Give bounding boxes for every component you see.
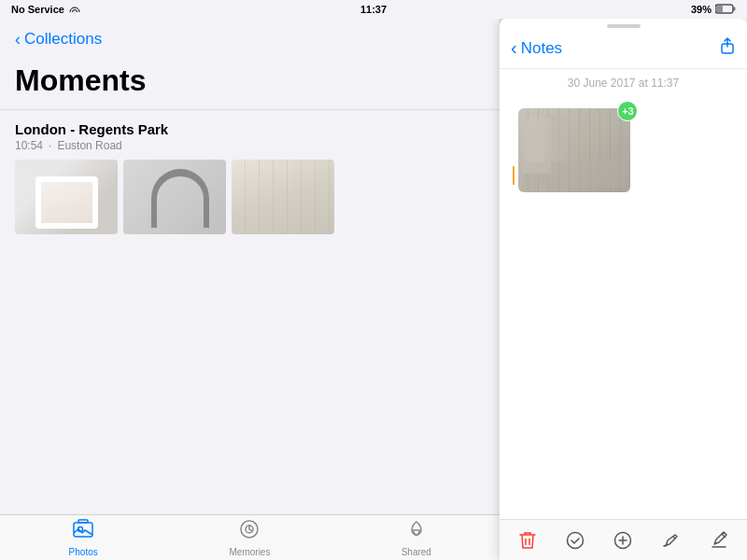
photo-grid: [15, 160, 485, 234]
notes-nav: ‹ Notes: [500, 28, 747, 69]
image-count-badge: +3: [617, 101, 638, 121]
add-button[interactable]: [606, 524, 640, 557]
chevron-left-icon: ‹: [15, 30, 21, 49]
location-meta: 10:54 · Euston Road: [15, 139, 485, 152]
svg-rect-2: [734, 7, 736, 10]
tab-shared[interactable]: Shared: [333, 519, 500, 557]
notes-image-container[interactable]: +3: [518, 108, 630, 192]
draw-button[interactable]: [655, 524, 688, 557]
wifi-icon: [68, 4, 81, 15]
notes-image-thumb[interactable]: [518, 108, 630, 192]
battery-icon: [715, 4, 736, 16]
separator: ·: [49, 139, 51, 152]
check-button[interactable]: [558, 524, 592, 557]
tab-memories[interactable]: Memories: [166, 519, 332, 557]
compose-button[interactable]: [702, 524, 736, 557]
photos-tab-label: Photos: [69, 547, 98, 557]
delete-button[interactable]: [511, 524, 544, 557]
carrier-label: No Service: [11, 4, 64, 15]
shared-icon: [406, 519, 427, 545]
svg-rect-4: [78, 520, 88, 523]
status-right: 39%: [691, 4, 736, 16]
location-road: Euston Road: [57, 139, 121, 152]
shared-tab-label: Shared: [402, 547, 431, 557]
photos-header: Moments: [0, 60, 500, 110]
photos-icon: [73, 519, 93, 545]
photo-mug[interactable]: [15, 160, 118, 234]
svg-rect-1: [716, 6, 723, 12]
status-left: No Service: [11, 4, 81, 15]
badge-count: +3: [622, 105, 634, 117]
battery-label: 39%: [691, 4, 712, 15]
page-title: Moments: [15, 63, 485, 98]
notes-toolbar: [500, 519, 747, 560]
notes-back-button[interactable]: ‹ Notes: [511, 37, 562, 59]
text-cursor: [513, 166, 514, 185]
note-date: 30 June 2017 at 11:37: [513, 77, 734, 90]
location-header: London - Regents Park 10:54 · Euston Roa…: [15, 121, 485, 152]
collections-back-label: Collections: [24, 30, 102, 49]
collections-back-button[interactable]: ‹ Collections: [15, 30, 102, 49]
memories-icon: [239, 519, 260, 545]
svg-point-11: [568, 532, 584, 548]
tab-photos[interactable]: Photos: [0, 519, 166, 557]
location-time: 10:54: [15, 139, 43, 152]
memories-tab-label: Memories: [230, 547, 271, 557]
notes-panel: ‹ Notes 30 June 2017 at 11:37 +3: [500, 19, 747, 560]
notes-content: 30 June 2017 at 11:37 +3: [500, 69, 747, 519]
share-button[interactable]: [719, 37, 736, 59]
tab-bar: Photos Memories Shared: [0, 514, 500, 560]
photo-headphones[interactable]: [123, 160, 226, 234]
photos-content: London - Regents Park 10:54 · Euston Roa…: [0, 110, 500, 560]
photo-office[interactable]: [232, 160, 334, 234]
status-time: 11:37: [360, 4, 387, 15]
photos-nav: ‹ Collections: [0, 19, 500, 60]
notes-back-label: Notes: [521, 39, 562, 58]
photos-panel: ‹ Collections Moments London - Regents P…: [0, 19, 500, 560]
chevron-left-icon: ‹: [511, 37, 517, 59]
status-bar: No Service 11:37 39%: [0, 0, 747, 19]
location-name: London - Regents Park: [15, 121, 485, 137]
